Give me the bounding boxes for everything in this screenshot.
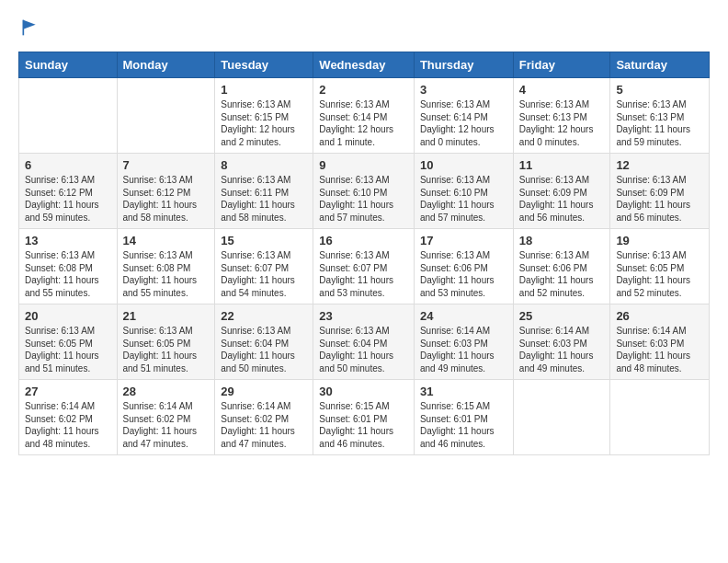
day-info: Sunrise: 6:13 AMSunset: 6:06 PMDaylight:… xyxy=(420,250,495,298)
day-info: Sunrise: 6:15 AMSunset: 6:01 PMDaylight:… xyxy=(319,401,393,449)
calendar-cell: 17 Sunrise: 6:13 AMSunset: 6:06 PMDaylig… xyxy=(414,229,513,304)
day-info: Sunrise: 6:13 AMSunset: 6:12 PMDaylight:… xyxy=(25,175,99,223)
day-info: Sunrise: 6:13 AMSunset: 6:12 PMDaylight:… xyxy=(123,175,198,223)
day-number: 15 xyxy=(221,234,307,247)
day-number: 30 xyxy=(319,385,408,398)
day-info: Sunrise: 6:13 AMSunset: 6:08 PMDaylight:… xyxy=(123,250,198,298)
day-info: Sunrise: 6:13 AMSunset: 6:05 PMDaylight:… xyxy=(616,250,690,298)
day-number: 6 xyxy=(25,158,111,172)
day-info: Sunrise: 6:14 AMSunset: 6:03 PMDaylight:… xyxy=(420,326,495,373)
day-number: 25 xyxy=(519,309,605,323)
calendar-cell: 23 Sunrise: 6:13 AMSunset: 6:04 PMDaylig… xyxy=(313,304,415,380)
day-number: 11 xyxy=(519,158,605,172)
calendar-cell xyxy=(19,78,118,154)
calendar-cell: 28 Sunrise: 6:14 AMSunset: 6:02 PMDaylig… xyxy=(117,380,215,455)
day-info: Sunrise: 6:13 AMSunset: 6:14 PMDaylight:… xyxy=(420,99,495,147)
calendar-table: SundayMondayTuesdayWednesdayThursdayFrid… xyxy=(18,52,710,455)
day-number: 8 xyxy=(221,158,307,172)
day-number: 24 xyxy=(420,309,507,323)
day-number: 21 xyxy=(123,309,210,323)
day-info: Sunrise: 6:13 AMSunset: 6:09 PMDaylight:… xyxy=(616,175,690,223)
calendar-cell: 14 Sunrise: 6:13 AMSunset: 6:08 PMDaylig… xyxy=(117,229,215,304)
day-header-saturday: Saturday xyxy=(610,52,710,78)
calendar-cell: 19 Sunrise: 6:13 AMSunset: 6:05 PMDaylig… xyxy=(610,229,710,304)
day-info: Sunrise: 6:13 AMSunset: 6:08 PMDaylight:… xyxy=(25,250,99,298)
day-header-thursday: Thursday xyxy=(414,52,513,78)
calendar-cell: 9 Sunrise: 6:13 AMSunset: 6:10 PMDayligh… xyxy=(313,154,415,229)
logo xyxy=(18,18,39,37)
day-info: Sunrise: 6:13 AMSunset: 6:04 PMDaylight:… xyxy=(319,326,393,373)
day-number: 17 xyxy=(420,234,507,247)
day-header-tuesday: Tuesday xyxy=(215,52,313,78)
day-number: 1 xyxy=(221,83,307,97)
calendar-cell xyxy=(513,380,610,455)
calendar-cell: 2 Sunrise: 6:13 AMSunset: 6:14 PMDayligh… xyxy=(313,78,415,154)
day-info: Sunrise: 6:13 AMSunset: 6:14 PMDaylight:… xyxy=(319,99,393,147)
day-number: 10 xyxy=(420,158,507,172)
calendar-cell xyxy=(610,380,710,455)
calendar-cell: 22 Sunrise: 6:13 AMSunset: 6:04 PMDaylig… xyxy=(215,304,313,380)
calendar-cell xyxy=(117,78,215,154)
calendar-cell: 26 Sunrise: 6:14 AMSunset: 6:03 PMDaylig… xyxy=(610,304,710,380)
day-info: Sunrise: 6:13 AMSunset: 6:06 PMDaylight:… xyxy=(519,250,594,298)
day-number: 26 xyxy=(616,309,703,323)
calendar-cell: 21 Sunrise: 6:13 AMSunset: 6:05 PMDaylig… xyxy=(117,304,215,380)
calendar-cell: 30 Sunrise: 6:15 AMSunset: 6:01 PMDaylig… xyxy=(313,380,415,455)
day-info: Sunrise: 6:14 AMSunset: 6:03 PMDaylight:… xyxy=(616,326,690,373)
calendar-cell: 7 Sunrise: 6:13 AMSunset: 6:12 PMDayligh… xyxy=(117,154,215,229)
day-number: 31 xyxy=(420,385,507,398)
day-number: 14 xyxy=(123,234,210,247)
calendar-week-row: 13 Sunrise: 6:13 AMSunset: 6:08 PMDaylig… xyxy=(19,229,710,304)
day-info: Sunrise: 6:13 AMSunset: 6:07 PMDaylight:… xyxy=(221,250,295,298)
day-number: 27 xyxy=(25,385,111,398)
day-number: 13 xyxy=(25,234,111,247)
day-number: 16 xyxy=(319,234,408,247)
day-number: 5 xyxy=(616,83,703,97)
calendar-cell: 24 Sunrise: 6:14 AMSunset: 6:03 PMDaylig… xyxy=(414,304,513,380)
calendar-cell: 4 Sunrise: 6:13 AMSunset: 6:13 PMDayligh… xyxy=(513,78,610,154)
calendar-cell: 27 Sunrise: 6:14 AMSunset: 6:02 PMDaylig… xyxy=(19,380,118,455)
day-info: Sunrise: 6:13 AMSunset: 6:07 PMDaylight:… xyxy=(319,250,393,298)
day-number: 20 xyxy=(25,309,111,323)
calendar-cell: 16 Sunrise: 6:13 AMSunset: 6:07 PMDaylig… xyxy=(313,229,415,304)
day-info: Sunrise: 6:14 AMSunset: 6:02 PMDaylight:… xyxy=(25,401,99,449)
day-info: Sunrise: 6:13 AMSunset: 6:13 PMDaylight:… xyxy=(616,99,690,147)
day-number: 9 xyxy=(319,158,408,172)
calendar-week-row: 1 Sunrise: 6:13 AMSunset: 6:15 PMDayligh… xyxy=(19,78,710,154)
calendar-cell: 12 Sunrise: 6:13 AMSunset: 6:09 PMDaylig… xyxy=(610,154,710,229)
calendar-cell: 31 Sunrise: 6:15 AMSunset: 6:01 PMDaylig… xyxy=(414,380,513,455)
calendar-week-row: 20 Sunrise: 6:13 AMSunset: 6:05 PMDaylig… xyxy=(19,304,710,380)
calendar-cell: 6 Sunrise: 6:13 AMSunset: 6:12 PMDayligh… xyxy=(19,154,118,229)
day-number: 19 xyxy=(616,234,703,247)
page-header xyxy=(18,18,710,37)
day-number: 29 xyxy=(221,385,307,398)
calendar-cell: 29 Sunrise: 6:14 AMSunset: 6:02 PMDaylig… xyxy=(215,380,313,455)
day-info: Sunrise: 6:13 AMSunset: 6:05 PMDaylight:… xyxy=(123,326,198,373)
calendar-cell: 3 Sunrise: 6:13 AMSunset: 6:14 PMDayligh… xyxy=(414,78,513,154)
day-info: Sunrise: 6:14 AMSunset: 6:02 PMDaylight:… xyxy=(221,401,295,449)
day-info: Sunrise: 6:13 AMSunset: 6:10 PMDaylight:… xyxy=(319,175,393,223)
calendar-header-row: SundayMondayTuesdayWednesdayThursdayFrid… xyxy=(19,52,710,78)
day-number: 3 xyxy=(420,83,507,97)
day-info: Sunrise: 6:13 AMSunset: 6:15 PMDaylight:… xyxy=(221,99,295,147)
day-header-friday: Friday xyxy=(513,52,610,78)
calendar-cell: 20 Sunrise: 6:13 AMSunset: 6:05 PMDaylig… xyxy=(19,304,118,380)
day-number: 2 xyxy=(319,83,408,97)
calendar-cell: 15 Sunrise: 6:13 AMSunset: 6:07 PMDaylig… xyxy=(215,229,313,304)
calendar-cell: 8 Sunrise: 6:13 AMSunset: 6:11 PMDayligh… xyxy=(215,154,313,229)
calendar-cell: 10 Sunrise: 6:13 AMSunset: 6:10 PMDaylig… xyxy=(414,154,513,229)
calendar-cell: 13 Sunrise: 6:13 AMSunset: 6:08 PMDaylig… xyxy=(19,229,118,304)
day-info: Sunrise: 6:13 AMSunset: 6:04 PMDaylight:… xyxy=(221,326,295,373)
calendar-cell: 1 Sunrise: 6:13 AMSunset: 6:15 PMDayligh… xyxy=(215,78,313,154)
day-header-monday: Monday xyxy=(117,52,215,78)
day-info: Sunrise: 6:13 AMSunset: 6:13 PMDaylight:… xyxy=(519,99,594,147)
day-info: Sunrise: 6:14 AMSunset: 6:03 PMDaylight:… xyxy=(519,326,594,373)
calendar-week-row: 6 Sunrise: 6:13 AMSunset: 6:12 PMDayligh… xyxy=(19,154,710,229)
day-info: Sunrise: 6:13 AMSunset: 6:05 PMDaylight:… xyxy=(25,326,99,373)
day-number: 22 xyxy=(221,309,307,323)
day-number: 28 xyxy=(123,385,210,398)
calendar-cell: 25 Sunrise: 6:14 AMSunset: 6:03 PMDaylig… xyxy=(513,304,610,380)
day-header-sunday: Sunday xyxy=(19,52,118,78)
day-number: 12 xyxy=(616,158,703,172)
day-header-wednesday: Wednesday xyxy=(313,52,415,78)
